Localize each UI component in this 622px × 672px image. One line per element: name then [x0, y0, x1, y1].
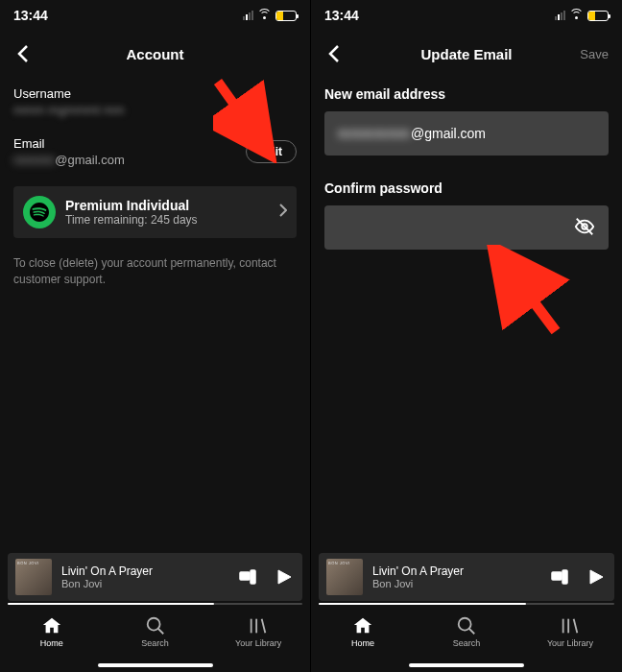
header: Account: [0, 31, 310, 77]
svg-marker-5: [278, 570, 291, 584]
eye-off-icon[interactable]: [574, 216, 595, 240]
album-cover: [15, 559, 52, 595]
tab-bar: Home Search Your Library: [311, 605, 622, 659]
plan-subtitle: Time remaining: 245 days: [65, 213, 270, 227]
home-icon: [41, 615, 62, 636]
clock: 13:44: [324, 8, 359, 23]
chevron-right-icon: [279, 204, 287, 221]
annotation-arrow-icon: [213, 77, 280, 163]
track-title: Livin' On A Prayer: [372, 564, 534, 578]
home-indicator[interactable]: [0, 659, 310, 672]
battery-icon: [275, 11, 297, 21]
library-icon: [560, 615, 581, 636]
svg-point-17: [564, 580, 566, 582]
wifi-icon: [257, 11, 272, 21]
save-button[interactable]: Save: [580, 47, 609, 61]
svg-line-20: [469, 629, 475, 635]
clock: 13:44: [13, 8, 48, 23]
email-value: mmmm@gmail.com: [13, 153, 125, 167]
tab-library[interactable]: Your Library: [518, 615, 622, 648]
new-email-label: New email address: [324, 86, 609, 102]
search-icon: [456, 615, 477, 636]
track-artist: Bon Jovi: [61, 578, 222, 589]
now-playing-bar[interactable]: Livin' On A Prayer Bon Jovi: [0, 553, 310, 605]
track-title: Livin' On A Prayer: [61, 564, 222, 578]
now-playing-bar[interactable]: Livin' On A Prayer Bon Jovi: [311, 553, 622, 605]
play-icon[interactable]: [586, 566, 607, 588]
confirm-password-group: Confirm password: [324, 180, 609, 250]
update-email-screen: 13:44 Update Email Save New email addres…: [311, 0, 622, 672]
library-icon: [248, 615, 269, 636]
page-title: Account: [127, 46, 184, 62]
tab-home[interactable]: Home: [311, 615, 415, 648]
plan-row[interactable]: Premium Individual Time remaining: 245 d…: [13, 186, 297, 238]
tab-library[interactable]: Your Library: [206, 615, 310, 648]
home-indicator[interactable]: [311, 659, 622, 672]
account-screen: 13:44 Account Username mmm mgmmmt mm Ema…: [0, 0, 311, 672]
devices-icon[interactable]: [549, 566, 570, 588]
svg-line-10: [262, 619, 266, 634]
close-account-note: To close (delete) your account permanent…: [13, 255, 297, 288]
tab-search[interactable]: Search: [104, 615, 207, 648]
annotation-arrow-icon: [484, 245, 570, 341]
spotify-icon: [23, 196, 56, 228]
search-icon: [145, 615, 166, 636]
svg-point-4: [252, 580, 254, 582]
svg-point-19: [459, 618, 471, 631]
page-title: Update Email: [420, 46, 512, 62]
tab-home[interactable]: Home: [0, 615, 104, 648]
album-cover: [326, 559, 363, 595]
new-email-group: New email address mmmmmm@gmail.com: [324, 86, 609, 156]
play-icon[interactable]: [274, 566, 295, 588]
confirm-password-field[interactable]: [324, 205, 609, 250]
svg-line-14: [498, 254, 556, 331]
new-email-field[interactable]: mmmmmm@gmail.com: [324, 111, 609, 156]
email-label: Email: [13, 136, 125, 151]
svg-line-7: [157, 629, 163, 635]
cellular-icon: [555, 11, 565, 20]
battery-icon: [587, 11, 609, 21]
svg-rect-15: [552, 572, 562, 580]
svg-marker-18: [590, 570, 603, 584]
status-bar: 13:44: [0, 0, 310, 31]
home-icon: [352, 615, 373, 636]
track-artist: Bon Jovi: [372, 578, 534, 589]
plan-title: Premium Individual: [65, 198, 270, 213]
cellular-icon: [243, 11, 253, 20]
tab-search[interactable]: Search: [415, 615, 518, 648]
svg-rect-2: [240, 572, 250, 580]
wifi-icon: [569, 11, 584, 21]
back-button[interactable]: [323, 42, 346, 65]
tab-bar: Home Search Your Library: [0, 605, 310, 659]
confirm-password-label: Confirm password: [324, 180, 609, 196]
svg-line-1: [218, 82, 266, 149]
back-button[interactable]: [12, 42, 35, 65]
devices-icon[interactable]: [237, 566, 258, 588]
svg-point-6: [147, 618, 159, 631]
progress-bar[interactable]: [319, 603, 614, 605]
status-bar: 13:44: [311, 0, 622, 31]
progress-bar[interactable]: [8, 603, 302, 605]
header: Update Email Save: [311, 31, 622, 77]
svg-line-23: [574, 619, 578, 634]
